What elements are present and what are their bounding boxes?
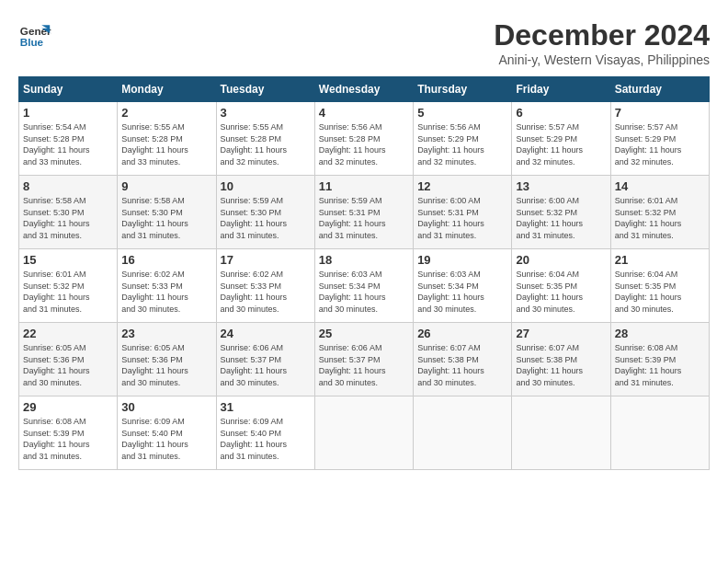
day-number: 7 — [615, 106, 705, 120]
calendar-cell — [610, 396, 709, 470]
day-number: 9 — [121, 179, 211, 193]
day-info: Sunrise: 5:58 AM Sunset: 5:30 PM Dayligh… — [23, 195, 113, 241]
day-number: 14 — [615, 179, 705, 193]
calendar-cell: 21Sunrise: 6:04 AM Sunset: 5:35 PM Dayli… — [610, 249, 709, 323]
day-info: Sunrise: 5:59 AM Sunset: 5:31 PM Dayligh… — [319, 195, 409, 241]
day-number: 15 — [23, 253, 113, 267]
calendar-cell: 22Sunrise: 6:05 AM Sunset: 5:36 PM Dayli… — [19, 323, 118, 396]
day-number: 12 — [417, 179, 507, 193]
calendar-cell: 10Sunrise: 5:59 AM Sunset: 5:30 PM Dayli… — [216, 176, 314, 249]
calendar-cell: 14Sunrise: 6:01 AM Sunset: 5:32 PM Dayli… — [610, 176, 709, 249]
title-area: December 2024 Anini-y, Western Visayas, … — [494, 18, 710, 67]
calendar-cell: 19Sunrise: 6:03 AM Sunset: 5:34 PM Dayli… — [414, 249, 512, 323]
calendar-table: SundayMondayTuesdayWednesdayThursdayFrid… — [18, 76, 710, 470]
day-info: Sunrise: 6:01 AM Sunset: 5:32 PM Dayligh… — [615, 195, 705, 241]
day-number: 3 — [221, 106, 311, 120]
page-header: General Blue December 2024 Anini-y, West… — [18, 18, 710, 67]
calendar-week-1: 1Sunrise: 5:54 AM Sunset: 5:28 PM Daylig… — [19, 102, 710, 176]
location-title: Anini-y, Western Visayas, Philippines — [494, 52, 710, 67]
day-info: Sunrise: 5:59 AM Sunset: 5:30 PM Dayligh… — [221, 195, 311, 241]
day-info: Sunrise: 6:08 AM Sunset: 5:39 PM Dayligh… — [23, 416, 113, 462]
day-info: Sunrise: 6:05 AM Sunset: 5:36 PM Dayligh… — [23, 342, 113, 388]
calendar-week-2: 8Sunrise: 5:58 AM Sunset: 5:30 PM Daylig… — [19, 176, 710, 249]
day-info: Sunrise: 6:00 AM Sunset: 5:32 PM Dayligh… — [516, 195, 606, 241]
weekday-friday: Friday — [512, 77, 610, 102]
calendar-cell: 7Sunrise: 5:57 AM Sunset: 5:29 PM Daylig… — [610, 102, 709, 176]
calendar-cell: 6Sunrise: 5:57 AM Sunset: 5:29 PM Daylig… — [512, 102, 610, 176]
weekday-wednesday: Wednesday — [314, 77, 413, 102]
weekday-header-row: SundayMondayTuesdayWednesdayThursdayFrid… — [19, 77, 710, 102]
day-number: 27 — [516, 327, 606, 340]
day-info: Sunrise: 6:02 AM Sunset: 5:33 PM Dayligh… — [221, 269, 311, 315]
day-info: Sunrise: 5:54 AM Sunset: 5:28 PM Dayligh… — [23, 121, 113, 167]
day-info: Sunrise: 6:05 AM Sunset: 5:36 PM Dayligh… — [121, 342, 211, 388]
day-number: 13 — [516, 179, 606, 193]
calendar-cell: 16Sunrise: 6:02 AM Sunset: 5:33 PM Dayli… — [118, 249, 216, 323]
calendar-cell: 12Sunrise: 6:00 AM Sunset: 5:31 PM Dayli… — [414, 176, 512, 249]
calendar-cell: 18Sunrise: 6:03 AM Sunset: 5:34 PM Dayli… — [314, 249, 413, 323]
day-info: Sunrise: 6:04 AM Sunset: 5:35 PM Dayligh… — [615, 269, 705, 315]
day-number: 1 — [23, 106, 113, 120]
calendar-cell: 13Sunrise: 6:00 AM Sunset: 5:32 PM Dayli… — [512, 176, 610, 249]
calendar-cell: 29Sunrise: 6:08 AM Sunset: 5:39 PM Dayli… — [19, 396, 118, 470]
day-info: Sunrise: 5:57 AM Sunset: 5:29 PM Dayligh… — [615, 121, 705, 167]
day-info: Sunrise: 6:08 AM Sunset: 5:39 PM Dayligh… — [615, 342, 705, 388]
day-info: Sunrise: 6:04 AM Sunset: 5:35 PM Dayligh… — [516, 269, 606, 315]
calendar-cell — [414, 396, 512, 470]
calendar-cell: 28Sunrise: 6:08 AM Sunset: 5:39 PM Dayli… — [610, 323, 709, 396]
day-number: 2 — [121, 106, 211, 120]
calendar-cell: 26Sunrise: 6:07 AM Sunset: 5:38 PM Dayli… — [414, 323, 512, 396]
day-number: 8 — [23, 179, 113, 193]
day-info: Sunrise: 5:55 AM Sunset: 5:28 PM Dayligh… — [221, 121, 311, 167]
day-info: Sunrise: 6:09 AM Sunset: 5:40 PM Dayligh… — [221, 416, 311, 462]
day-number: 24 — [221, 327, 311, 340]
day-number: 29 — [23, 400, 113, 414]
calendar-cell: 2Sunrise: 5:55 AM Sunset: 5:28 PM Daylig… — [118, 102, 216, 176]
weekday-saturday: Saturday — [610, 77, 709, 102]
weekday-sunday: Sunday — [19, 77, 118, 102]
calendar-cell: 9Sunrise: 5:58 AM Sunset: 5:30 PM Daylig… — [118, 176, 216, 249]
day-info: Sunrise: 6:01 AM Sunset: 5:32 PM Dayligh… — [23, 269, 113, 315]
day-number: 17 — [221, 253, 311, 267]
calendar-cell — [512, 396, 610, 470]
calendar-week-3: 15Sunrise: 6:01 AM Sunset: 5:32 PM Dayli… — [19, 249, 710, 323]
day-info: Sunrise: 6:06 AM Sunset: 5:37 PM Dayligh… — [319, 342, 409, 388]
calendar-cell: 3Sunrise: 5:55 AM Sunset: 5:28 PM Daylig… — [216, 102, 314, 176]
calendar-header: SundayMondayTuesdayWednesdayThursdayFrid… — [19, 77, 710, 102]
day-info: Sunrise: 6:00 AM Sunset: 5:31 PM Dayligh… — [417, 195, 507, 241]
day-info: Sunrise: 6:02 AM Sunset: 5:33 PM Dayligh… — [121, 269, 211, 315]
calendar-cell — [314, 396, 413, 470]
day-info: Sunrise: 5:56 AM Sunset: 5:29 PM Dayligh… — [417, 121, 507, 167]
day-number: 19 — [417, 253, 507, 267]
day-number: 6 — [516, 106, 606, 120]
calendar-week-4: 22Sunrise: 6:05 AM Sunset: 5:36 PM Dayli… — [19, 323, 710, 396]
weekday-monday: Monday — [118, 77, 216, 102]
calendar-week-5: 29Sunrise: 6:08 AM Sunset: 5:39 PM Dayli… — [19, 396, 710, 470]
calendar-cell: 17Sunrise: 6:02 AM Sunset: 5:33 PM Dayli… — [216, 249, 314, 323]
svg-text:Blue: Blue — [20, 36, 44, 48]
day-number: 20 — [516, 253, 606, 267]
calendar-cell: 20Sunrise: 6:04 AM Sunset: 5:35 PM Dayli… — [512, 249, 610, 323]
day-number: 25 — [319, 327, 409, 340]
calendar-body: 1Sunrise: 5:54 AM Sunset: 5:28 PM Daylig… — [19, 102, 710, 470]
calendar-cell: 8Sunrise: 5:58 AM Sunset: 5:30 PM Daylig… — [19, 176, 118, 249]
day-info: Sunrise: 6:07 AM Sunset: 5:38 PM Dayligh… — [417, 342, 507, 388]
day-number: 26 — [417, 327, 507, 340]
calendar-cell: 11Sunrise: 5:59 AM Sunset: 5:31 PM Dayli… — [314, 176, 413, 249]
day-info: Sunrise: 6:03 AM Sunset: 5:34 PM Dayligh… — [319, 269, 409, 315]
day-info: Sunrise: 5:56 AM Sunset: 5:28 PM Dayligh… — [319, 121, 409, 167]
day-info: Sunrise: 5:55 AM Sunset: 5:28 PM Dayligh… — [121, 121, 211, 167]
calendar-cell: 30Sunrise: 6:09 AM Sunset: 5:40 PM Dayli… — [118, 396, 216, 470]
calendar-cell: 24Sunrise: 6:06 AM Sunset: 5:37 PM Dayli… — [216, 323, 314, 396]
day-info: Sunrise: 6:07 AM Sunset: 5:38 PM Dayligh… — [516, 342, 606, 388]
day-number: 23 — [121, 327, 211, 340]
day-number: 5 — [417, 106, 507, 120]
calendar-cell: 1Sunrise: 5:54 AM Sunset: 5:28 PM Daylig… — [19, 102, 118, 176]
day-number: 16 — [121, 253, 211, 267]
calendar-cell: 23Sunrise: 6:05 AM Sunset: 5:36 PM Dayli… — [118, 323, 216, 396]
day-number: 21 — [615, 253, 705, 267]
day-number: 4 — [319, 106, 409, 120]
day-number: 22 — [23, 327, 113, 340]
calendar-cell: 5Sunrise: 5:56 AM Sunset: 5:29 PM Daylig… — [414, 102, 512, 176]
day-number: 10 — [221, 179, 311, 193]
